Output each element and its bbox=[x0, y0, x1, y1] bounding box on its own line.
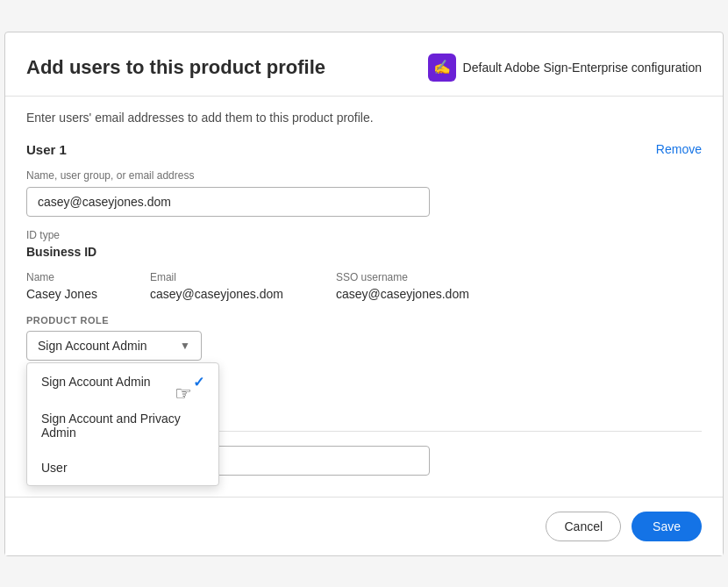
page-title: Add users to this product profile bbox=[26, 56, 325, 79]
email-info-label: Email bbox=[150, 271, 283, 283]
modal-footer: Cancel Save bbox=[5, 497, 723, 555]
user-section: User 1 Remove Name, user group, or email… bbox=[26, 142, 702, 361]
selected-role-text: Sign Account Admin bbox=[38, 339, 147, 353]
dropdown-item-user[interactable]: User bbox=[27, 450, 218, 485]
save-button[interactable]: Save bbox=[632, 512, 702, 541]
check-icon: ✓ bbox=[193, 374, 204, 390]
sso-value: casey@caseyjones.dom bbox=[336, 287, 469, 301]
body-content: Enter users' email addresses to add them… bbox=[5, 97, 723, 497]
dropdown-menu: Sign Account Admin ✓ ☞ Sign Account and … bbox=[26, 362, 219, 486]
dropdown-item-sign-account-admin[interactable]: Sign Account Admin ✓ ☞ bbox=[27, 363, 218, 401]
dropdown-item-label: User bbox=[41, 461, 68, 475]
header-right: ✍ Default Adobe Sign-Enterprise configur… bbox=[428, 54, 702, 82]
id-type-value: Business ID bbox=[26, 245, 702, 259]
id-type-section: ID type Business ID bbox=[26, 229, 702, 259]
sso-label: SSO username bbox=[336, 271, 469, 283]
dropdown-item-label: Sign Account Admin bbox=[41, 375, 151, 389]
email-info-value: casey@caseyjones.dom bbox=[150, 287, 283, 301]
modal-window: Add users to this product profile ✍ Defa… bbox=[4, 32, 724, 556]
modal-header: Add users to this product profile ✍ Defa… bbox=[5, 32, 723, 97]
product-role-dropdown[interactable]: Sign Account Admin ▼ bbox=[26, 331, 202, 361]
dropdown-item-label: Sign Account and Privacy Admin bbox=[41, 412, 204, 440]
email-field-label: Name, user group, or email address bbox=[26, 169, 702, 182]
subtitle-text: Enter users' email addresses to add them… bbox=[26, 111, 702, 125]
name-col: Name Casey Jones bbox=[26, 271, 97, 301]
user-label: User 1 bbox=[26, 142, 67, 157]
chevron-down-icon: ▼ bbox=[180, 340, 190, 352]
id-type-label: ID type bbox=[26, 229, 702, 241]
product-role-label: PRODUCT ROLE bbox=[26, 315, 702, 326]
remove-button[interactable]: Remove bbox=[656, 142, 702, 156]
header-left: Add users to this product profile bbox=[26, 56, 325, 79]
sign-icon-symbol: ✍ bbox=[433, 59, 451, 75]
dropdown-item-sign-privacy-admin[interactable]: Sign Account and Privacy Admin bbox=[27, 401, 218, 450]
config-label: Default Adobe Sign-Enterprise configurat… bbox=[463, 61, 702, 75]
user-info-row: Name Casey Jones Email casey@caseyjones.… bbox=[26, 271, 702, 301]
cancel-button[interactable]: Cancel bbox=[546, 512, 621, 541]
name-label: Name bbox=[26, 271, 97, 283]
email-col: Email casey@caseyjones.dom bbox=[150, 271, 283, 301]
adobe-sign-icon: ✍ bbox=[428, 54, 456, 82]
name-value: Casey Jones bbox=[26, 287, 97, 301]
sso-col: SSO username casey@caseyjones.dom bbox=[336, 271, 469, 301]
user-header-row: User 1 Remove bbox=[26, 142, 702, 157]
email-input[interactable] bbox=[26, 187, 430, 217]
product-role-section: PRODUCT ROLE Sign Account Admin ▼ Sign A… bbox=[26, 315, 702, 361]
